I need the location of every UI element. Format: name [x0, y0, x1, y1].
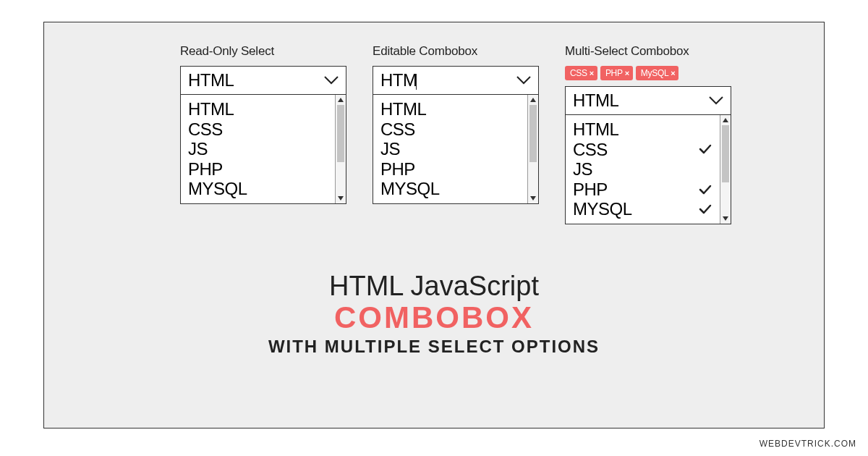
list-item[interactable]: PHP — [380, 159, 527, 180]
scrollbar[interactable] — [335, 95, 346, 203]
chevron-down-icon[interactable] — [323, 73, 340, 88]
editable-text: HTM — [380, 70, 417, 90]
list-item[interactable]: JS — [573, 159, 720, 180]
checkmark-icon — [698, 202, 712, 216]
list-item[interactable]: CSS — [573, 140, 720, 160]
scroll-down-icon[interactable] — [336, 193, 346, 203]
checkmark-icon — [698, 142, 712, 156]
tag-chip[interactable]: PHP× — [600, 66, 633, 80]
chevron-down-icon[interactable] — [515, 73, 532, 88]
list-item[interactable]: PHP — [188, 159, 335, 180]
multi-dropdown: HTML CSS JS PHP MYSQL — [565, 115, 731, 224]
list-item[interactable]: PHP — [573, 180, 720, 200]
list-item[interactable]: MYSQL — [188, 179, 335, 199]
option-label: PHP — [573, 180, 608, 200]
multi-label: Multi-Select Combobox — [565, 44, 731, 59]
multi-options: HTML CSS JS PHP MYSQL — [566, 115, 720, 224]
list-item[interactable]: MYSQL — [380, 179, 527, 199]
multi-value: HTML — [573, 90, 618, 111]
close-icon[interactable]: × — [671, 69, 675, 77]
list-item[interactable]: HTML — [380, 99, 527, 119]
option-label: JS — [573, 159, 592, 180]
editable-combobox: HTM HTML CSS JS PHP MYSQL — [373, 66, 539, 204]
multi-combobox: HTML HTML CSS JS PHP MYSQL — [565, 86, 731, 224]
list-item[interactable]: HTML — [573, 119, 720, 140]
scrollbar-thumb[interactable] — [529, 105, 537, 162]
scrollbar[interactable] — [720, 115, 731, 224]
close-icon[interactable]: × — [625, 69, 629, 77]
multi-select[interactable]: HTML — [565, 86, 731, 115]
chevron-down-icon[interactable] — [707, 93, 725, 108]
tag-chip[interactable]: MySQL× — [636, 66, 679, 80]
scrollbar-thumb[interactable] — [722, 125, 729, 182]
content-frame: Read-Only Select HTML HTML CSS JS PHP MY… — [43, 22, 825, 428]
list-item[interactable]: HTML — [188, 99, 335, 119]
list-item[interactable]: CSS — [380, 119, 527, 140]
editable-options: HTML CSS JS PHP MYSQL — [373, 95, 527, 203]
readonly-combobox: HTML HTML CSS JS PHP MYSQL — [180, 66, 346, 204]
readonly-select[interactable]: HTML — [180, 66, 346, 95]
scrollbar-track[interactable] — [528, 105, 538, 193]
combobox-row: Read-Only Select HTML HTML CSS JS PHP MY… — [112, 44, 799, 224]
readonly-label: Read-Only Select — [180, 44, 346, 59]
list-item[interactable]: JS — [188, 139, 335, 159]
list-item[interactable]: MYSQL — [573, 199, 720, 219]
scrollbar-thumb[interactable] — [337, 105, 344, 162]
list-item[interactable]: CSS — [188, 119, 335, 140]
headline-line1: HTML JavaScript — [69, 271, 799, 302]
scroll-up-icon[interactable] — [528, 95, 538, 105]
scrollbar[interactable] — [527, 95, 538, 203]
readonly-column: Read-Only Select HTML HTML CSS JS PHP MY… — [180, 44, 346, 224]
scroll-down-icon[interactable] — [528, 193, 538, 203]
watermark: WEBDEVTRICK.COM — [760, 439, 856, 449]
scroll-up-icon[interactable] — [720, 115, 731, 125]
editable-value: HTM — [380, 70, 417, 90]
multi-column: Multi-Select Combobox CSS× PHP× MySQL× H… — [565, 44, 731, 224]
headline-line3: WITH MULTIPLE SELECT OPTIONS — [69, 337, 799, 357]
option-label: MYSQL — [573, 199, 632, 219]
list-item[interactable]: JS — [380, 139, 527, 159]
option-label: CSS — [573, 140, 608, 160]
readonly-options: HTML CSS JS PHP MYSQL — [181, 95, 335, 203]
readonly-value: HTML — [188, 70, 234, 90]
editable-input[interactable]: HTM — [373, 66, 539, 95]
close-icon[interactable]: × — [590, 69, 594, 77]
scrollbar-track[interactable] — [720, 125, 731, 214]
scroll-up-icon[interactable] — [336, 95, 346, 105]
checkmark-icon — [698, 182, 712, 197]
editable-column: Editable Combobox HTM HTML CSS JS PHP MY… — [373, 44, 539, 224]
headline-line2: COMBOBOX — [69, 300, 799, 335]
option-label: HTML — [573, 119, 618, 140]
tag-label: PHP — [605, 68, 623, 78]
tag-label: CSS — [570, 68, 587, 78]
editable-dropdown: HTML CSS JS PHP MYSQL — [373, 95, 539, 204]
selected-tags: CSS× PHP× MySQL× — [565, 66, 731, 80]
readonly-dropdown: HTML CSS JS PHP MYSQL — [180, 95, 346, 204]
tag-chip[interactable]: CSS× — [565, 66, 597, 80]
scrollbar-track[interactable] — [336, 105, 346, 193]
scroll-down-icon[interactable] — [720, 214, 731, 224]
text-cursor-icon — [416, 74, 417, 90]
tag-label: MySQL — [641, 68, 669, 78]
editable-label: Editable Combobox — [373, 44, 539, 59]
headline-block: HTML JavaScript COMBOBOX WITH MULTIPLE S… — [69, 271, 799, 357]
